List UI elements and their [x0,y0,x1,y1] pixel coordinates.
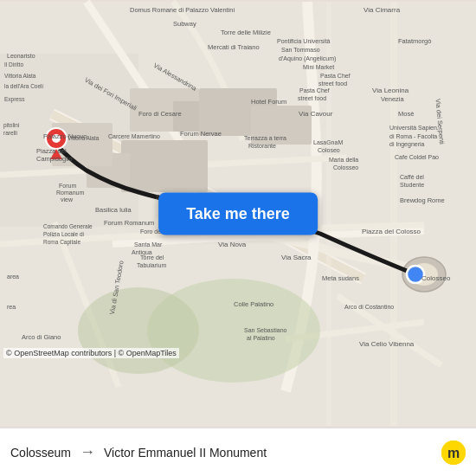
moovit-icon: m [441,441,466,465]
svg-text:Torre del: Torre del [140,254,164,261]
svg-text:Colosseo: Colosseo [333,164,358,170]
svg-text:Caffè del: Caffè del [400,174,424,180]
map-container: Via Cimarra Domus Romane di Palazzo Vale… [0,0,476,428]
svg-text:Studente: Studente [400,182,424,188]
svg-text:street food: street food [298,95,326,101]
svg-text:Cafe Coldel Pao: Cafe Coldel Pao [395,154,439,160]
svg-text:Il Diritto: Il Diritto [4,61,23,68]
svg-text:Carcere Mamertino: Carcere Mamertino [108,133,160,139]
destination-label: Victor Emmanuel II Monument [104,446,267,460]
svg-text:Coloseo: Coloseo [318,147,340,153]
svg-text:Mosè: Mosè [398,110,414,118]
svg-text:view: view [61,196,74,203]
take-me-there-button[interactable]: Take me there [158,193,318,235]
svg-text:Express: Express [4,96,25,103]
svg-text:Torre delle Milizie: Torre delle Milizie [221,29,271,36]
svg-point-12 [78,287,199,374]
map-attribution: © OpenStreetMap contributors | © OpenMap… [3,348,179,358]
svg-text:Brewdog Rome: Brewdog Rome [400,196,445,204]
svg-text:Venezia: Venezia [381,95,405,103]
svg-text:Domus Romane di Palazzo Valent: Domus Romane di Palazzo Valentini [130,6,235,14]
svg-text:Via Sacra: Via Sacra [281,254,312,261]
svg-text:Arco di Giano: Arco di Giano [22,333,61,341]
svg-text:Forum: Forum [59,183,76,189]
svg-text:Vittoria Alata: Vittoria Alata [4,73,36,79]
svg-text:Vittoria Alata: Vittoria Alata [68,135,100,141]
svg-text:Basilica Iulia: Basilica Iulia [95,206,132,214]
svg-text:Piazza del Colosso: Piazza del Colosso [362,228,421,235]
svg-text:Hotel Forum: Hotel Forum [251,98,286,106]
svg-text:area: area [7,273,19,280]
svg-text:Fatatmorgò: Fatatmorgò [398,37,431,45]
svg-text:Maria della: Maria della [329,157,358,163]
svg-text:Piazza del: Piazza del [36,147,67,155]
svg-text:Terrazza a terra: Terrazza a terra [244,135,286,141]
svg-text:Pasta Chef: Pasta Chef [299,87,330,93]
svg-text:Forum Romanum: Forum Romanum [104,219,154,227]
app: Via Cimarra Domus Romane di Palazzo Vale… [0,0,476,476]
moovit-logo: m [441,441,466,465]
svg-text:Romanum: Romanum [56,190,84,196]
svg-text:m: m [447,446,460,460]
svg-text:Università Sapien.: Università Sapien. [389,125,439,132]
svg-text:Campidoglio: Campidoglio [36,155,73,163]
svg-text:al Palatino: al Palatino [247,335,275,341]
svg-text:Forum Nervae: Forum Nervae [180,130,222,138]
svg-text:street food: street food [318,80,347,87]
svg-text:Subway: Subway [173,20,196,28]
svg-text:LasaGnaM: LasaGnaM [313,139,343,145]
svg-text:Foro di Cesare: Foro di Cesare [138,110,182,118]
svg-text:Via Celio Vibenna: Via Celio Vibenna [359,340,415,348]
svg-text:San Tommaso: San Tommaso [281,47,320,53]
bottom-bar: Colosseum → Victor Emmanuel II Monument … [0,428,476,476]
svg-text:d'Aquino (Angelicum): d'Aquino (Angelicum) [279,55,336,62]
svg-text:Colosseo: Colosseo [421,274,451,282]
svg-text:Roma Capitale: Roma Capitale [43,239,80,246]
svg-text:San Sebastiano: San Sebastiano [244,327,287,333]
svg-text:pitolini: pitolini [3,122,19,129]
svg-text:Tabularium: Tabularium [137,262,166,268]
svg-text:Colle Palatino: Colle Palatino [234,300,273,308]
svg-rect-6 [121,140,208,192]
svg-text:Via Nova: Via Nova [218,241,247,248]
svg-text:Mercati di Traiano: Mercati di Traiano [208,43,260,51]
svg-text:Mini Market: Mini Market [303,64,334,70]
svg-text:Via Leonina: Via Leonina [372,87,409,94]
svg-text:Comando Generale: Comando Generale [43,223,93,229]
svg-text:Via Cimarra: Via Cimarra [363,6,401,14]
svg-text:Leonaristo: Leonaristo [7,53,35,59]
svg-text:rarelli: rarelli [3,130,17,136]
svg-text:Ristorante: Ristorante [248,143,276,149]
svg-text:di Ingegneria: di Ingegneria [389,141,425,148]
svg-text:Via Cavour: Via Cavour [299,110,333,118]
svg-text:Meta sudans: Meta sudans [322,274,359,282]
arrow-icon: → [80,443,95,461]
svg-text:rea: rea [7,304,16,310]
svg-text:Pasta Chef: Pasta Chef [320,73,351,79]
svg-text:Arco di Costantino: Arco di Costantino [344,304,394,310]
svg-text:la dell'Ara Coeli: la dell'Ara Coeli [4,83,43,89]
svg-text:Santa Mar: Santa Mar [134,241,163,248]
svg-text:Pontificia Università: Pontificia Università [277,38,331,44]
svg-text:Polizia Locale di: Polizia Locale di [43,231,84,237]
svg-text:di Roma - Facolta: di Roma - Facolta [389,133,437,139]
origin-label: Colosseum [10,446,71,460]
